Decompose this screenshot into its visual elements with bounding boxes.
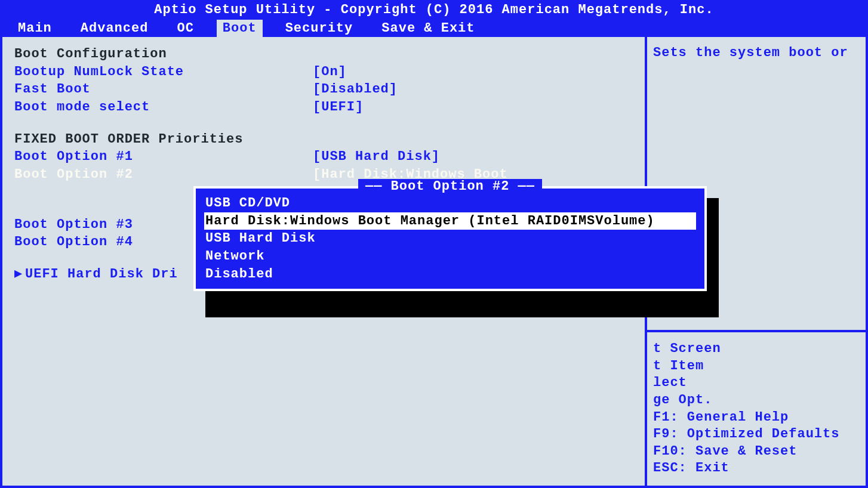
tab-save-exit[interactable]: Save & Exit xyxy=(375,20,481,37)
tab-boot[interactable]: Boot xyxy=(217,20,263,37)
popup-title: —— Boot Option #2 —— xyxy=(358,179,542,194)
key-help-line: lect xyxy=(653,375,860,392)
key-help-line: F1: General Help xyxy=(653,409,860,427)
tab-bar: Main Advanced OC Boot Security Save & Ex… xyxy=(0,20,868,37)
bios-screen: Aptio Setup Utility - Copyright (C) 2016… xyxy=(0,0,868,488)
submenu-label: UEFI Hard Disk Dri xyxy=(25,265,178,283)
setting-value: [On] xyxy=(313,63,633,81)
tab-oc[interactable]: OC xyxy=(171,20,199,37)
popup-item-usb-cddvd[interactable]: USB CD/DVD xyxy=(204,194,696,212)
tab-main[interactable]: Main xyxy=(12,20,58,37)
popup-item-network[interactable]: Network xyxy=(204,248,696,265)
popup-item-disabled[interactable]: Disabled xyxy=(204,265,696,283)
key-help-line: F9: Optimized Defaults xyxy=(653,426,860,443)
key-help-line: ge Opt. xyxy=(653,392,860,409)
header-title: Aptio Setup Utility - Copyright (C) 2016… xyxy=(0,0,868,20)
tab-security[interactable]: Security xyxy=(279,20,359,37)
section-boot-config: Boot Configuration xyxy=(14,45,167,63)
setting-value: [USB Hard Disk] xyxy=(313,148,633,166)
key-help-line: t Item xyxy=(653,358,860,375)
boot-option-1[interactable]: Boot Option #1 [USB Hard Disk] xyxy=(14,148,633,166)
key-help: t Screen t Item lect ge Opt. F1: General… xyxy=(647,330,866,486)
key-help-line: ESC: Exit xyxy=(653,460,860,477)
setting-fast-boot[interactable]: Fast Boot [Disabled] xyxy=(14,81,633,98)
setting-label: Fast Boot xyxy=(14,81,313,98)
main-pane: Boot Configuration Bootup NumLock State … xyxy=(2,37,645,486)
tab-advanced[interactable]: Advanced xyxy=(75,20,155,37)
setting-boot-mode[interactable]: Boot mode select [UEFI] xyxy=(14,98,633,116)
setting-numlock[interactable]: Bootup NumLock State [On] xyxy=(14,63,633,81)
popup-item-usb-hard-disk[interactable]: USB Hard Disk xyxy=(204,230,696,248)
triangle-right-icon: ▶ xyxy=(14,265,25,283)
setting-label: Bootup NumLock State xyxy=(14,63,313,81)
key-help-line: t Screen xyxy=(653,341,860,358)
popup-item-hard-disk[interactable]: Hard Disk:Windows Boot Manager (Intel RA… xyxy=(204,212,696,230)
setting-label: Boot Option #1 xyxy=(14,148,313,166)
setting-label: Boot mode select xyxy=(14,98,313,116)
section-fixed-boot-order: FIXED BOOT ORDER Priorities xyxy=(14,131,243,149)
content-wrap: Boot Configuration Bootup NumLock State … xyxy=(0,37,868,488)
setting-value: [UEFI] xyxy=(313,98,633,116)
boot-option-popup: —— Boot Option #2 —— USB CD/DVD Hard Dis… xyxy=(193,186,707,291)
key-help-line: F10: Save & Reset xyxy=(653,443,860,461)
setting-value: [Disabled] xyxy=(313,81,633,98)
